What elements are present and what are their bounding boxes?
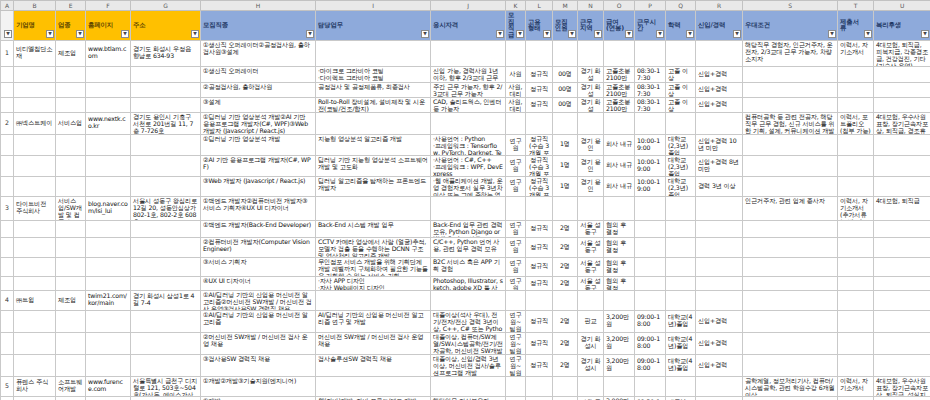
cell-A-13[interactable] <box>1 276 14 290</box>
cell-S-6[interactable] <box>743 134 838 155</box>
cell-E-19[interactable] <box>56 396 86 400</box>
cell-U-1[interactable]: 4대보험, 퇴직금, 피복지급, 각종경조금, 건강검진, 기타(기숙사 운영) <box>874 40 930 66</box>
column-letter-H[interactable]: H <box>201 1 316 11</box>
cell-I-7[interactable]: 딥러닝 기반 지능형 영상분석 소프트웨어 개발 및 고도화 <box>316 155 431 176</box>
cell-O-4[interactable]: 고졸초봉 2100만원(3교대) <box>604 97 635 112</box>
column-letter-E[interactable]: E <box>56 1 86 11</box>
cell-S-1[interactable]: 해당직무 경험자, 인근거주자, 운전자, 2/3교대 근무 가능자, 차량소지… <box>743 40 838 66</box>
header-cell-M[interactable]: 모집인원▼ <box>553 11 578 41</box>
cell-Q-4[interactable]: 고졸 이상 <box>666 97 696 112</box>
cell-G-4[interactable] <box>131 97 201 112</box>
cell-Q-13[interactable] <box>666 276 696 290</box>
cell-N-1[interactable] <box>578 40 604 66</box>
cell-L-8[interactable]: 정규직 (수습 3개월 포함) <box>526 176 553 196</box>
cell-L-9[interactable] <box>526 196 553 220</box>
cell-A-1[interactable]: 1 <box>1 40 14 66</box>
cell-U-2[interactable] <box>874 66 930 82</box>
cell-U-6[interactable] <box>874 134 930 155</box>
cell-K-19[interactable]: 팀원 <box>506 396 526 400</box>
cell-E-7[interactable] <box>56 155 86 176</box>
filter-dropdown-icon[interactable]: ▼ <box>733 30 741 38</box>
cell-E-17[interactable] <box>56 354 86 376</box>
cell-G-2[interactable] <box>131 66 201 82</box>
cell-R-10[interactable] <box>696 220 743 237</box>
cell-T-1[interactable]: 이력서, 자기소개서 <box>838 40 874 66</box>
column-letter-S[interactable]: S <box>743 1 838 11</box>
cell-I-16[interactable]: 머신비전 SW개발 / 머신비전 검사 운영 채용 <box>316 332 431 354</box>
filter-dropdown-icon[interactable]: ▼ <box>568 30 576 38</box>
cell-P-19[interactable]: 09:30-18:30 <box>635 396 666 400</box>
cell-U-15[interactable] <box>874 310 930 332</box>
cell-G-5[interactable]: 경기도 용인시 기흥구 서천로 201번길 11, 7층 7-726호 <box>131 112 201 134</box>
cell-E-5[interactable]: 서비스업 <box>56 112 86 134</box>
cell-J-14[interactable] <box>431 290 506 310</box>
cell-U-3[interactable] <box>874 82 930 97</box>
cell-K-14[interactable] <box>506 290 526 310</box>
cell-M-14[interactable] <box>553 290 578 310</box>
cell-H-9[interactable]: ①백엔드 개발자②컴퓨터비전 개발자③서비스 기획자④UX UI 디자이너 <box>201 196 316 220</box>
filter-dropdown-icon[interactable]: ▼ <box>594 30 602 38</box>
cell-J-9[interactable] <box>431 196 506 220</box>
cell-P-3[interactable]: 08:30-17:30 <box>635 82 666 97</box>
cell-H-18[interactable]: ①개발②개발③기술지원(엔지니어) <box>201 376 316 396</box>
cell-Q-9[interactable] <box>666 196 696 220</box>
cell-E-9[interactable]: 서비스업/SW개발 및 컴퓨터 프로그래밍 <box>56 196 86 220</box>
filter-dropdown-icon[interactable]: ▼ <box>46 30 54 38</box>
cell-O-18[interactable] <box>604 376 635 396</box>
cell-P-15[interactable]: 09:00-18:00 <box>635 310 666 332</box>
cell-E-14[interactable]: 제조업 <box>56 290 86 310</box>
cell-E-3[interactable] <box>56 82 86 97</box>
cell-A-6[interactable] <box>1 134 14 155</box>
cell-E-12[interactable] <box>56 257 86 276</box>
cell-R-19[interactable]: 신입+경력 <box>696 396 743 400</box>
cell-K-2[interactable]: 사원 <box>506 66 526 82</box>
cell-M-5[interactable] <box>553 112 578 134</box>
cell-G-12[interactable] <box>131 257 201 276</box>
cell-T-10[interactable] <box>838 220 874 237</box>
cell-F-17[interactable] <box>86 354 131 376</box>
cell-H-13[interactable]: ④UX UI 디자이너 <box>201 276 316 290</box>
cell-E-15[interactable] <box>56 310 86 332</box>
cell-R-2[interactable]: 신입+경력 <box>696 66 743 82</box>
cell-T-16[interactable] <box>838 332 874 354</box>
header-cell-K[interactable]: 모집직급▼ <box>506 11 526 41</box>
cell-S-17[interactable] <box>743 354 838 376</box>
cell-A-18[interactable]: 5 <box>1 376 14 396</box>
cell-A-16[interactable] <box>1 332 14 354</box>
cell-O-8[interactable]: 회사 내규 <box>604 176 635 196</box>
column-letter-Q[interactable]: Q <box>666 1 696 11</box>
cell-K-3[interactable]: 사원, 대리 <box>506 82 526 97</box>
cell-R-14[interactable] <box>696 290 743 310</box>
column-letter-L[interactable]: L <box>526 1 553 11</box>
cell-A-17[interactable] <box>1 354 14 376</box>
header-cell-B[interactable]: 기업명▼ <box>14 11 56 41</box>
cell-K-13[interactable]: 연구원 <box>506 276 526 290</box>
cell-F-6[interactable] <box>86 134 131 155</box>
cell-F-3[interactable] <box>86 82 131 97</box>
cell-R-16[interactable]: 신입+경력 <box>696 332 743 354</box>
cell-P-7[interactable]: 10:00-19:00 <box>635 155 666 176</box>
cell-N-16[interactable]: 경기 화성시 <box>578 332 604 354</box>
cell-S-14[interactable] <box>743 290 838 310</box>
column-letter-F[interactable]: F <box>86 1 131 11</box>
cell-T-18[interactable]: 이력서, 자기소개서 <box>838 376 874 396</box>
cell-B-18[interactable]: 퓨렌스 주식회사 <box>14 376 56 396</box>
cell-I-8[interactable]: 딥러닝 알고리즘을 탑재하는 프론트엔드 개발자 <box>316 176 431 196</box>
cell-B-11[interactable] <box>14 237 56 257</box>
cell-J-2[interactable]: 신입 가능, 경력사원 1년 이하, 향후 2/3교대 근무 가능 <box>431 66 506 82</box>
cell-O-2[interactable]: 고졸초봉 2100만원(3교대) <box>604 66 635 82</box>
cell-A-19[interactable] <box>1 396 14 400</box>
cell-B-8[interactable] <box>14 176 56 196</box>
cell-Q-5[interactable] <box>666 112 696 134</box>
cell-U-4[interactable] <box>874 97 930 112</box>
filter-dropdown-icon[interactable]: ▼ <box>306 30 314 38</box>
cell-A-12[interactable] <box>1 257 14 276</box>
filter-dropdown-icon[interactable]: ▼ <box>921 30 929 38</box>
cell-L-5[interactable] <box>526 112 553 134</box>
cell-I-17[interactable]: 검사솔루션SW 경력직 채용 <box>316 354 431 376</box>
cell-I-12[interactable]: 무인점포 서비스 개발을 위해 기획단계 개발 레벨까지 구체화하여 필요한 기… <box>316 257 431 276</box>
cell-L-13[interactable]: 정규직 <box>526 276 553 290</box>
cell-Q-7[interactable]: 대학교(2,3년)졸업 <box>666 155 696 176</box>
cell-U-18[interactable]: 4대보험, 우수사원표창, 장기근속자포상, 퇴직금, 성실지원, 격월행사 <box>874 376 930 396</box>
cell-O-3[interactable]: 고졸초봉 2100만원(3교대) <box>604 82 635 97</box>
